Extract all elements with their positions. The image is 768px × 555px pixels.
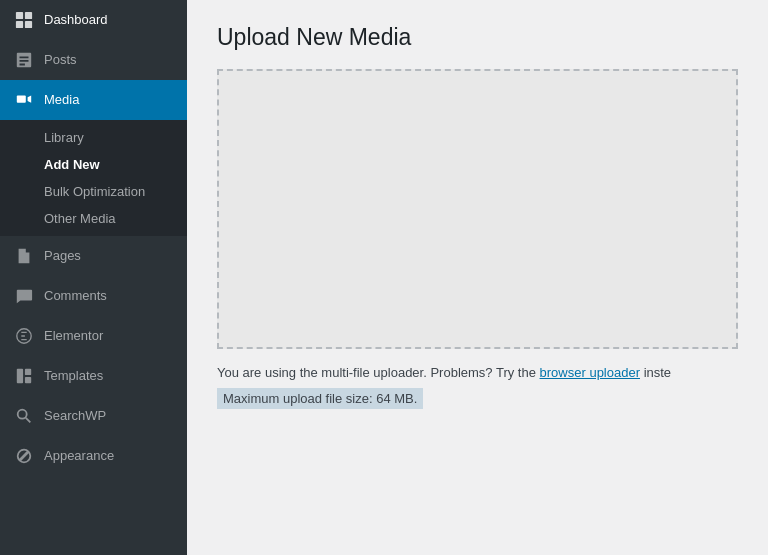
sidebar-item-templates[interactable]: Templates (0, 356, 187, 396)
svg-rect-1 (25, 12, 32, 19)
upload-info-text: You are using the multi-file uploader. P… (217, 365, 738, 380)
svg-rect-2 (16, 21, 23, 28)
posts-icon (14, 50, 34, 70)
pages-icon (14, 246, 34, 266)
elementor-icon (14, 326, 34, 346)
sidebar-item-label: Posts (44, 51, 77, 69)
svg-rect-6 (17, 369, 23, 383)
sidebar-item-elementor[interactable]: Elementor (0, 316, 187, 356)
sidebar-item-label: Comments (44, 287, 107, 305)
sidebar: Dashboard Posts Media Library Add New Bu… (0, 0, 187, 555)
svg-rect-7 (25, 369, 31, 375)
svg-line-10 (26, 418, 31, 423)
media-submenu: Library Add New Bulk Optimization Other … (0, 120, 187, 236)
sidebar-item-dashboard[interactable]: Dashboard (0, 0, 187, 40)
media-icon (14, 90, 34, 110)
sidebar-item-label: Elementor (44, 327, 103, 345)
sidebar-item-label: Dashboard (44, 11, 108, 29)
dashboard-icon (14, 10, 34, 30)
sidebar-item-comments[interactable]: Comments (0, 276, 187, 316)
searchwp-icon (14, 406, 34, 426)
svg-point-9 (18, 410, 27, 419)
svg-rect-4 (17, 96, 26, 103)
svg-rect-8 (25, 377, 31, 383)
max-upload-size: Maximum upload file size: 64 MB. (217, 388, 423, 409)
sidebar-item-appearance[interactable]: Appearance (0, 436, 187, 476)
submenu-bulk-optimization[interactable]: Bulk Optimization (0, 178, 187, 205)
upload-dropzone[interactable] (217, 69, 738, 349)
sidebar-item-searchwp[interactable]: SearchWP (0, 396, 187, 436)
page-title: Upload New Media (217, 24, 738, 51)
comments-icon (14, 286, 34, 306)
browser-uploader-link[interactable]: browser uploader (540, 365, 640, 380)
sidebar-item-posts[interactable]: Posts (0, 40, 187, 80)
svg-rect-0 (16, 12, 23, 19)
main-content: Upload New Media You are using the multi… (187, 0, 768, 555)
submenu-library[interactable]: Library (0, 124, 187, 151)
sidebar-item-label: SearchWP (44, 407, 106, 425)
submenu-other-media[interactable]: Other Media (0, 205, 187, 232)
sidebar-item-pages[interactable]: Pages (0, 236, 187, 276)
sidebar-item-label: Pages (44, 247, 81, 265)
templates-icon (14, 366, 34, 386)
appearance-icon (14, 446, 34, 466)
sidebar-item-media[interactable]: Media (0, 80, 187, 120)
sidebar-item-label: Media (44, 91, 79, 109)
sidebar-item-label: Templates (44, 367, 103, 385)
sidebar-item-label: Appearance (44, 447, 114, 465)
submenu-add-new[interactable]: Add New (0, 151, 187, 178)
svg-rect-3 (25, 21, 32, 28)
